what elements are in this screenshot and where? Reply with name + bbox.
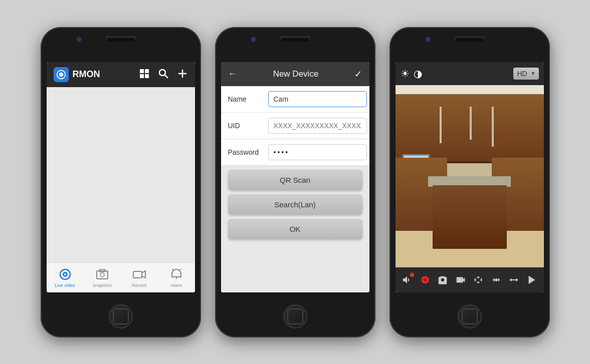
pendant-light-2 [470,107,472,140]
screen-1: RMON [47,62,195,292]
ok-button[interactable]: OK [228,219,362,239]
record-button[interactable] [417,272,433,288]
logo-icon [54,67,69,82]
phones-container: RMON [41,27,550,337]
phone-3: ☀ ◑ HD SD LD ▼ [389,27,550,337]
video-feed [396,85,544,267]
phone-1: RMON [41,27,201,337]
kitchen-island [433,185,507,249]
screen-2: ← New Device ✓ Name UID Password [221,62,369,292]
confirm-button[interactable]: ✓ [354,69,362,80]
app-header: RMON [47,62,195,87]
home-button-2[interactable] [283,304,307,328]
svg-rect-1 [140,69,144,73]
grid-icon[interactable] [139,68,150,81]
move-h-button[interactable] [470,272,486,288]
svg-point-0 [59,72,63,76]
tab-snapshot-label: Snapshot [92,283,111,288]
name-label: Name [228,95,262,103]
tab-live-label: Live video [55,283,75,288]
app-title: RMON [73,69,100,80]
quality-select[interactable]: HD SD LD [513,68,539,80]
name-input[interactable] [268,91,367,107]
kitchen-scene [396,85,544,267]
svg-rect-15 [133,271,142,278]
password-label: Password [228,148,262,156]
new-device-title: New Device [273,69,319,79]
svg-point-5 [159,70,165,76]
tab-snapshot[interactable]: Snapshot [84,263,121,292]
snapshot-button[interactable] [435,272,451,288]
video-toolbar: ☀ ◑ HD SD LD ▼ [396,62,544,85]
form-section: Name UID Password [221,86,369,166]
header-icons [139,68,188,81]
uid-input[interactable] [268,118,367,134]
search-icon[interactable] [158,68,169,81]
tab-record-label: Record [132,283,146,288]
tab-live-video[interactable]: Live video [47,263,84,292]
tab-alarm[interactable]: Alarm [158,263,195,292]
svg-point-14 [100,273,104,277]
home-button-3[interactable] [458,304,482,328]
play-button[interactable] [524,272,540,288]
svg-rect-3 [140,74,144,78]
brightness-icon[interactable]: ☀ [401,68,410,80]
camera-controls [396,267,544,292]
contrast-icon[interactable]: ◑ [414,68,422,80]
svg-rect-4 [145,74,149,78]
main-content [47,87,195,262]
svg-point-22 [423,278,427,281]
home-button[interactable] [109,304,133,328]
new-device-header: ← New Device ✓ [221,62,369,86]
camera-dot-3 [426,37,430,42]
tab-bar: Live video Snapshot Record [47,262,195,292]
password-row: Password [221,139,369,166]
name-row: Name [221,86,369,113]
uid-label: UID [228,122,262,130]
tab-record[interactable]: Record [121,263,158,292]
screen-3: ☀ ◑ HD SD LD ▼ [396,62,544,292]
back-button[interactable]: ← [228,69,237,79]
app-logo: RMON [54,67,100,82]
password-input[interactable] [268,144,367,160]
pendant-light-3 [492,107,494,147]
audio-button[interactable] [399,272,415,288]
quality-selector[interactable]: HD SD LD ▼ [513,68,539,80]
svg-rect-2 [145,69,149,73]
svg-line-20 [179,269,181,270]
phone-2: ← New Device ✓ Name UID Password [215,27,375,337]
speaker [107,38,134,42]
tab-alarm-label: Alarm [170,283,182,288]
speaker-3 [456,38,483,42]
svg-marker-16 [142,271,145,278]
svg-line-6 [165,75,168,78]
new-device-content: Name UID Password QR Scan Search(Lan) [221,86,369,292]
button-section: QR Scan Search(Lan) OK [221,166,369,239]
camera-dot [77,37,81,42]
svg-point-11 [64,273,66,275]
move-v-button[interactable] [488,272,504,288]
svg-line-19 [172,269,173,270]
speaker-2 [281,38,309,42]
add-icon[interactable] [177,68,188,81]
uid-row: UID [221,113,369,139]
qr-scan-button[interactable]: QR Scan [228,170,362,190]
video-button[interactable] [453,272,469,288]
camera-dot-2 [251,37,256,42]
svg-marker-23 [528,275,535,284]
flip-button[interactable] [506,272,522,288]
pendant-light-1 [440,107,442,143]
search-lan-button[interactable]: Search(Lan) [228,194,362,215]
